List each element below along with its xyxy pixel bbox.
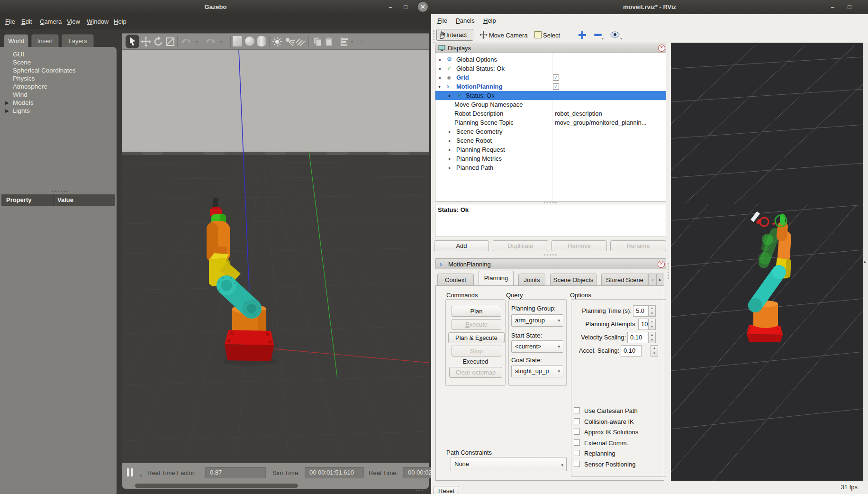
- add-tool-icon[interactable]: [578, 31, 587, 39]
- duplicate-display-button[interactable]: Duplicate: [493, 240, 548, 251]
- rename-display-button[interactable]: Rename: [610, 240, 666, 251]
- velocity-scaling-input[interactable]: 0.10: [627, 332, 648, 343]
- visibility-eye-icon[interactable]: [610, 31, 620, 38]
- display-row-planning-scene-topic[interactable]: Planning Scene Topic move_group/monitore…: [435, 118, 667, 127]
- maximize-icon[interactable]: □: [845, 3, 854, 11]
- approx-ik-solutions-checkbox[interactable]: [574, 429, 580, 435]
- expand-panel-arrow[interactable]: ▸: [864, 260, 866, 264]
- property-value[interactable]: move_group/monitored_plannin...: [555, 118, 647, 127]
- property-value[interactable]: robot_description: [555, 109, 602, 118]
- menu-file[interactable]: File: [437, 17, 447, 24]
- planning-attempts-spinner[interactable]: ▲▼: [648, 319, 656, 330]
- tree-item-lights[interactable]: Lights: [13, 107, 30, 115]
- display-row-scene-geometry[interactable]: ▸ Scene Geometry: [435, 127, 667, 136]
- gazebo-3d-viewport[interactable]: [122, 50, 429, 463]
- redo-icon[interactable]: [205, 37, 216, 47]
- tab-context[interactable]: Context: [437, 274, 474, 286]
- display-row-planning-metrics[interactable]: ▸ Planning Metrics: [435, 154, 667, 163]
- column-divider[interactable]: [53, 194, 54, 206]
- maximize-icon[interactable]: □: [401, 3, 410, 11]
- clear-octomap-button[interactable]: Clear octomap: [449, 367, 502, 378]
- tab-layers[interactable]: Layers: [62, 34, 94, 47]
- expand-arrow[interactable]: ▸: [449, 127, 451, 136]
- tab-scene-objects[interactable]: Scene Objects: [550, 274, 597, 286]
- directional-light-icon[interactable]: [296, 37, 306, 47]
- tab-planning[interactable]: Planning: [479, 271, 514, 286]
- replanning-checkbox[interactable]: [574, 450, 580, 456]
- display-row-planning-request[interactable]: ▸ Planning Request: [435, 145, 667, 154]
- tree-item-spherical[interactable]: Spherical Coordinates: [13, 67, 76, 75]
- menu-file[interactable]: File: [5, 18, 15, 25]
- display-row-global-status[interactable]: ▸ ✓ Global Status: Ok: [435, 64, 667, 73]
- display-row-motionplanning[interactable]: ▾ › MotionPlanning ✓: [435, 82, 667, 91]
- tab-world[interactable]: World: [4, 34, 28, 47]
- tree-item-atmosphere[interactable]: Atmosphere: [13, 83, 47, 91]
- expand-arrow[interactable]: ▸: [449, 163, 451, 172]
- planning-attempts-input[interactable]: 10: [638, 319, 648, 330]
- planning-group-combo[interactable]: arm_group ▾: [511, 314, 563, 327]
- display-row-global-options[interactable]: ▸ ⚙ Global Options: [435, 55, 667, 64]
- tree-item-physics[interactable]: Physics: [13, 75, 35, 83]
- rviz-titlebar[interactable]: moveit.rviz* - RViz – □: [431, 0, 868, 14]
- tab-joints[interactable]: Joints: [518, 274, 545, 286]
- splitter-handle[interactable]: [52, 191, 68, 192]
- tab-scroll-left-icon[interactable]: ◂: [648, 274, 656, 286]
- displays-panel-header[interactable]: Displays ✕: [435, 43, 667, 53]
- pause-icon[interactable]: [131, 468, 133, 476]
- minimize-icon[interactable]: –: [386, 3, 395, 11]
- eye-dropdown-icon[interactable]: ▾: [620, 37, 622, 41]
- select-tool[interactable]: Select: [543, 32, 560, 39]
- tab-stored-scenes[interactable]: Stored Scene: [601, 274, 648, 286]
- sensor-positioning-checkbox[interactable]: [574, 461, 580, 467]
- use-cartesian-path-checkbox[interactable]: [574, 407, 580, 413]
- menu-help[interactable]: Help: [114, 18, 127, 25]
- rotate-mode-icon[interactable]: [153, 37, 163, 47]
- expand-arrow[interactable]: ▶: [5, 100, 9, 105]
- reset-button[interactable]: Reset: [434, 486, 459, 494]
- plan-button[interactable]: Plan: [452, 306, 501, 317]
- expand-arrow[interactable]: ▸: [449, 136, 451, 145]
- scale-mode-icon[interactable]: [165, 37, 175, 47]
- plan-and-execute-button[interactable]: Plan & Execute: [448, 332, 505, 343]
- close-icon[interactable]: ✕: [658, 261, 665, 268]
- gazebo-titlebar[interactable]: Gazebo – □ ✕: [0, 0, 431, 14]
- point-light-icon[interactable]: [272, 37, 282, 47]
- menu-window[interactable]: Window: [87, 18, 108, 25]
- display-row-robot-description[interactable]: Robot Description robot_description: [435, 109, 667, 118]
- grid-enabled-checkbox[interactable]: ✓: [553, 74, 559, 81]
- tree-item-scene[interactable]: Scene: [13, 59, 31, 67]
- planning-time-spinner[interactable]: ▲▼: [648, 305, 656, 317]
- redo-dropdown-icon[interactable]: ▾: [220, 40, 222, 44]
- tree-item-wind[interactable]: Wind: [13, 91, 27, 99]
- execute-button[interactable]: Execute: [452, 319, 501, 330]
- pause-icon[interactable]: [127, 468, 129, 476]
- panel-splitter[interactable]: [666, 43, 671, 494]
- move-camera-tool[interactable]: Move Camera: [489, 32, 528, 39]
- close-icon[interactable]: ✕: [658, 45, 665, 52]
- copy-icon[interactable]: [312, 37, 323, 47]
- interact-tool-button[interactable]: Interact: [436, 29, 473, 41]
- display-row-status-ok[interactable]: ▸ ✓ Status: Ok: [435, 91, 667, 100]
- display-row-scene-robot[interactable]: ▸ Scene Robot: [435, 136, 667, 145]
- sphere-shape-icon[interactable]: [245, 37, 254, 46]
- display-row-grid[interactable]: ▸ ◈ Grid ✓: [435, 73, 667, 82]
- start-state-combo[interactable]: <current> ▾: [511, 340, 563, 353]
- toolbar-drag-handle[interactable]: [433, 30, 434, 43]
- minimize-icon[interactable]: –: [828, 3, 837, 11]
- motionplanning-panel-header[interactable]: › MotionPlanning ✕: [435, 258, 666, 269]
- expand-arrow[interactable]: ▸: [439, 55, 442, 64]
- tree-item-gui[interactable]: GUI: [13, 51, 24, 59]
- menu-camera[interactable]: Camera: [40, 18, 62, 25]
- planning-time-input[interactable]: 5.0: [633, 305, 648, 317]
- collision-aware-ik-checkbox[interactable]: [574, 418, 580, 424]
- expand-arrow[interactable]: ▶: [5, 108, 9, 113]
- expand-arrow[interactable]: ▸: [439, 73, 442, 82]
- undo-icon[interactable]: [181, 37, 191, 47]
- cylinder-shape-icon[interactable]: [257, 36, 266, 46]
- display-row-move-group-namespace[interactable]: Move Group Namespace: [435, 100, 667, 109]
- menu-view[interactable]: View: [67, 18, 80, 25]
- select-mode-button[interactable]: [126, 35, 139, 48]
- horizontal-scrollbar[interactable]: [135, 484, 298, 488]
- path-constraints-combo[interactable]: None ▾: [451, 457, 567, 471]
- tab-insert[interactable]: Insert: [31, 34, 59, 47]
